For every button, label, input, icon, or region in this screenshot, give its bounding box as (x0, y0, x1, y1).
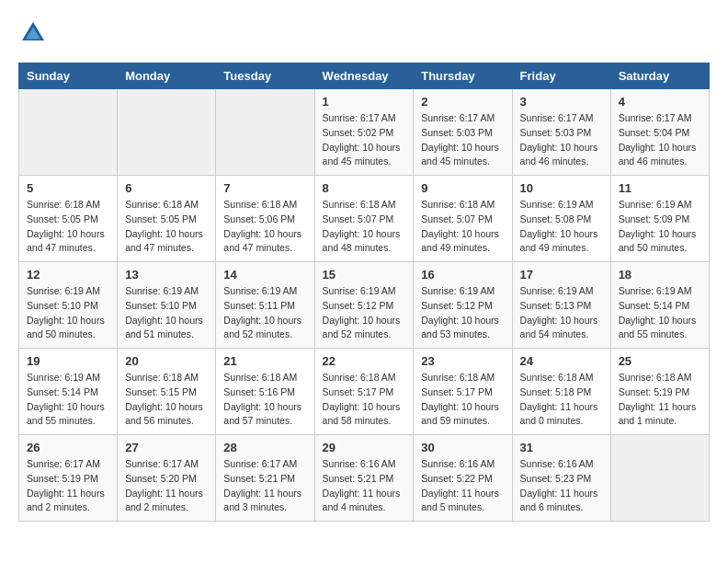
calendar-cell: 31Sunrise: 6:16 AM Sunset: 5:23 PM Dayli… (512, 435, 610, 522)
calendar-cell: 6Sunrise: 6:18 AM Sunset: 5:05 PM Daylig… (118, 176, 216, 262)
day-number: 4 (619, 95, 701, 109)
calendar-week-row: 26Sunrise: 6:17 AM Sunset: 5:19 PM Dayli… (19, 435, 710, 522)
day-number: 11 (619, 181, 701, 195)
calendar-table: SundayMondayTuesdayWednesdayThursdayFrid… (18, 63, 710, 522)
page-header (18, 18, 710, 48)
day-info: Sunrise: 6:19 AM Sunset: 5:14 PM Dayligh… (619, 284, 701, 342)
calendar-cell: 27Sunrise: 6:17 AM Sunset: 5:20 PM Dayli… (118, 435, 216, 522)
calendar-cell (610, 435, 709, 522)
day-number: 2 (421, 95, 504, 109)
day-number: 9 (421, 181, 504, 195)
day-info: Sunrise: 6:19 AM Sunset: 5:13 PM Dayligh… (520, 284, 603, 342)
calendar-cell: 13Sunrise: 6:19 AM Sunset: 5:10 PM Dayli… (118, 262, 216, 349)
day-info: Sunrise: 6:19 AM Sunset: 5:09 PM Dayligh… (619, 198, 701, 256)
calendar-header-row: SundayMondayTuesdayWednesdayThursdayFrid… (19, 63, 710, 89)
day-number: 25 (619, 354, 701, 368)
calendar-week-row: 12Sunrise: 6:19 AM Sunset: 5:10 PM Dayli… (19, 262, 710, 349)
day-number: 12 (27, 268, 109, 282)
day-number: 26 (27, 441, 109, 454)
calendar-cell: 17Sunrise: 6:19 AM Sunset: 5:13 PM Dayli… (512, 262, 610, 349)
day-number: 21 (223, 354, 306, 368)
calendar-cell: 1Sunrise: 6:17 AM Sunset: 5:02 PM Daylig… (314, 89, 414, 176)
calendar-week-row: 19Sunrise: 6:19 AM Sunset: 5:14 PM Dayli… (19, 349, 710, 435)
day-number: 23 (421, 354, 504, 368)
day-info: Sunrise: 6:19 AM Sunset: 5:11 PM Dayligh… (223, 284, 306, 342)
day-number: 30 (421, 441, 504, 454)
day-info: Sunrise: 6:18 AM Sunset: 5:16 PM Dayligh… (223, 371, 306, 429)
calendar-cell: 4Sunrise: 6:17 AM Sunset: 5:04 PM Daylig… (610, 89, 709, 176)
day-number: 20 (125, 354, 208, 368)
calendar-cell: 21Sunrise: 6:18 AM Sunset: 5:16 PM Dayli… (216, 349, 314, 435)
day-info: Sunrise: 6:18 AM Sunset: 5:06 PM Dayligh… (223, 198, 306, 256)
day-info: Sunrise: 6:18 AM Sunset: 5:15 PM Dayligh… (125, 371, 208, 429)
logo (18, 18, 51, 48)
day-number: 28 (223, 441, 306, 454)
day-info: Sunrise: 6:17 AM Sunset: 5:04 PM Dayligh… (619, 111, 701, 169)
calendar-cell: 22Sunrise: 6:18 AM Sunset: 5:17 PM Dayli… (314, 349, 414, 435)
calendar-cell: 20Sunrise: 6:18 AM Sunset: 5:15 PM Dayli… (118, 349, 216, 435)
day-info: Sunrise: 6:17 AM Sunset: 5:02 PM Dayligh… (323, 111, 406, 169)
calendar-cell: 7Sunrise: 6:18 AM Sunset: 5:06 PM Daylig… (216, 176, 314, 262)
calendar-cell: 12Sunrise: 6:19 AM Sunset: 5:10 PM Dayli… (19, 262, 118, 349)
day-info: Sunrise: 6:17 AM Sunset: 5:19 PM Dayligh… (27, 457, 109, 515)
calendar-cell: 3Sunrise: 6:17 AM Sunset: 5:03 PM Daylig… (512, 89, 610, 176)
day-of-week-header: Saturday (610, 63, 709, 89)
calendar-cell: 10Sunrise: 6:19 AM Sunset: 5:08 PM Dayli… (512, 176, 610, 262)
day-of-week-header: Thursday (414, 63, 512, 89)
day-number: 16 (421, 268, 504, 282)
calendar-cell: 16Sunrise: 6:19 AM Sunset: 5:12 PM Dayli… (414, 262, 512, 349)
day-number: 8 (323, 181, 406, 195)
calendar-cell: 14Sunrise: 6:19 AM Sunset: 5:11 PM Dayli… (216, 262, 314, 349)
day-of-week-header: Sunday (19, 63, 118, 89)
day-info: Sunrise: 6:18 AM Sunset: 5:19 PM Dayligh… (619, 371, 701, 429)
day-info: Sunrise: 6:17 AM Sunset: 5:21 PM Dayligh… (223, 457, 306, 515)
calendar-cell: 2Sunrise: 6:17 AM Sunset: 5:03 PM Daylig… (414, 89, 512, 176)
day-info: Sunrise: 6:17 AM Sunset: 5:03 PM Dayligh… (520, 111, 603, 169)
day-info: Sunrise: 6:19 AM Sunset: 5:10 PM Dayligh… (125, 284, 208, 342)
day-number: 19 (27, 354, 109, 368)
calendar-cell: 25Sunrise: 6:18 AM Sunset: 5:19 PM Dayli… (610, 349, 709, 435)
day-of-week-header: Tuesday (216, 63, 314, 89)
day-info: Sunrise: 6:18 AM Sunset: 5:18 PM Dayligh… (520, 371, 603, 429)
day-info: Sunrise: 6:18 AM Sunset: 5:07 PM Dayligh… (421, 198, 504, 256)
calendar-cell: 24Sunrise: 6:18 AM Sunset: 5:18 PM Dayli… (512, 349, 610, 435)
day-of-week-header: Wednesday (314, 63, 414, 89)
day-info: Sunrise: 6:17 AM Sunset: 5:03 PM Dayligh… (421, 111, 504, 169)
calendar-week-row: 5Sunrise: 6:18 AM Sunset: 5:05 PM Daylig… (19, 176, 710, 262)
day-number: 17 (520, 268, 603, 282)
calendar-cell: 23Sunrise: 6:18 AM Sunset: 5:17 PM Dayli… (414, 349, 512, 435)
day-info: Sunrise: 6:19 AM Sunset: 5:12 PM Dayligh… (323, 284, 406, 342)
day-info: Sunrise: 6:19 AM Sunset: 5:14 PM Dayligh… (27, 371, 109, 429)
calendar-cell: 5Sunrise: 6:18 AM Sunset: 5:05 PM Daylig… (19, 176, 118, 262)
day-number: 10 (520, 181, 603, 195)
day-info: Sunrise: 6:16 AM Sunset: 5:23 PM Dayligh… (520, 457, 603, 515)
day-number: 18 (619, 268, 701, 282)
day-info: Sunrise: 6:18 AM Sunset: 5:05 PM Dayligh… (125, 198, 208, 256)
day-number: 24 (520, 354, 603, 368)
calendar-cell: 15Sunrise: 6:19 AM Sunset: 5:12 PM Dayli… (314, 262, 414, 349)
day-number: 1 (323, 95, 406, 109)
day-info: Sunrise: 6:18 AM Sunset: 5:05 PM Dayligh… (27, 198, 109, 256)
day-number: 3 (520, 95, 603, 109)
day-of-week-header: Monday (118, 63, 216, 89)
day-info: Sunrise: 6:16 AM Sunset: 5:21 PM Dayligh… (323, 457, 406, 515)
calendar-cell: 30Sunrise: 6:16 AM Sunset: 5:22 PM Dayli… (414, 435, 512, 522)
day-info: Sunrise: 6:18 AM Sunset: 5:17 PM Dayligh… (323, 371, 406, 429)
day-info: Sunrise: 6:17 AM Sunset: 5:20 PM Dayligh… (125, 457, 208, 515)
calendar-cell: 29Sunrise: 6:16 AM Sunset: 5:21 PM Dayli… (314, 435, 414, 522)
calendar-cell: 28Sunrise: 6:17 AM Sunset: 5:21 PM Dayli… (216, 435, 314, 522)
calendar-cell: 11Sunrise: 6:19 AM Sunset: 5:09 PM Dayli… (610, 176, 709, 262)
calendar-cell: 9Sunrise: 6:18 AM Sunset: 5:07 PM Daylig… (414, 176, 512, 262)
day-info: Sunrise: 6:19 AM Sunset: 5:12 PM Dayligh… (421, 284, 504, 342)
day-number: 5 (27, 181, 109, 195)
day-number: 29 (323, 441, 406, 454)
day-number: 13 (125, 268, 208, 282)
day-number: 15 (323, 268, 406, 282)
calendar-cell: 8Sunrise: 6:18 AM Sunset: 5:07 PM Daylig… (314, 176, 414, 262)
calendar-cell (216, 89, 314, 176)
calendar-cell (19, 89, 118, 176)
day-number: 7 (223, 181, 306, 195)
day-number: 31 (520, 441, 603, 454)
day-number: 6 (125, 181, 208, 195)
day-number: 14 (223, 268, 306, 282)
